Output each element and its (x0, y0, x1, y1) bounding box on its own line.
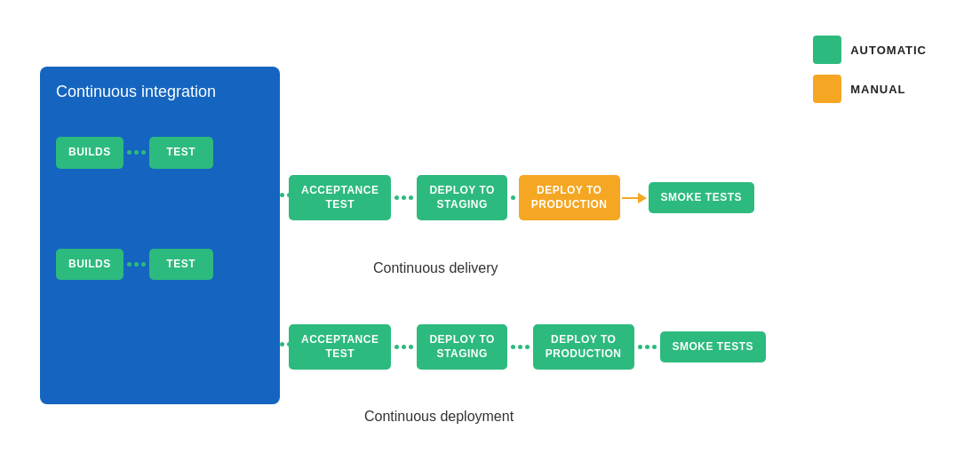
dot (394, 345, 399, 349)
dot (511, 345, 515, 349)
manual-color-box (813, 75, 841, 103)
dot (127, 262, 131, 267)
dot (394, 195, 399, 200)
dot (134, 262, 139, 267)
test-box-2: TEST (149, 249, 213, 281)
deployment-smoke-box: SMOKE TESTS (660, 331, 767, 363)
dot (280, 193, 284, 197)
builds-box-1: BUILDS (56, 137, 123, 169)
dot (525, 345, 530, 349)
dot (645, 345, 649, 349)
dot-conn-d2 (511, 195, 515, 200)
arrow-conn-d (622, 193, 647, 203)
dot-conn-dp2 (511, 345, 530, 349)
legend: AUTOMATIC MANUAL (813, 36, 927, 103)
dot-conn-dp1 (394, 345, 413, 349)
ci-row-2: BUILDS TEST (56, 249, 213, 281)
test-box-1: TEST (149, 137, 213, 169)
ci-row-1: BUILDS TEST (56, 137, 213, 169)
manual-label: MANUAL (850, 83, 905, 96)
dot (280, 342, 284, 347)
automatic-color-box (813, 36, 841, 64)
dot (652, 345, 657, 349)
dot (134, 150, 139, 155)
ci-box: Continuous integration BUILDS TEST BUILD… (40, 67, 280, 404)
delivery-row: ACCEPTANCETEST DEPLOY TOSTAGING DEPLOY T… (289, 175, 754, 220)
delivery-staging-box: DEPLOY TOSTAGING (417, 175, 506, 220)
deployment-row: ACCEPTANCETEST DEPLOY TOSTAGING DEPLOY T… (289, 324, 766, 370)
dot (402, 345, 406, 349)
automatic-label: AUTOMATIC (850, 44, 927, 57)
arrow-head (638, 193, 647, 203)
dot (409, 345, 413, 349)
ci-label: Continuous integration (56, 83, 216, 101)
dot (511, 195, 515, 200)
deployment-production-box: DEPLOY TOPRODUCTION (533, 324, 634, 370)
delivery-label: Continuous delivery (373, 260, 498, 276)
legend-automatic: AUTOMATIC (813, 36, 927, 64)
arrow-line (622, 197, 638, 199)
diagram-container: AUTOMATIC MANUAL Continuous integration … (0, 0, 980, 470)
deployment-label: Continuous deployment (364, 409, 514, 425)
dot (127, 150, 131, 155)
dot (518, 345, 522, 349)
dot-conn-dp3 (638, 345, 657, 349)
dot (141, 262, 146, 267)
builds-box-2: BUILDS (56, 249, 123, 281)
dot (402, 195, 406, 200)
deployment-acceptance-box: ACCEPTANCETEST (289, 324, 391, 370)
dot-connector-1a (127, 150, 146, 155)
dot (141, 150, 146, 155)
dot-conn-d1 (394, 195, 413, 200)
dot-connector-2a (127, 262, 146, 267)
delivery-smoke-box: SMOKE TESTS (649, 182, 755, 214)
delivery-production-box: DEPLOY TOPRODUCTION (519, 175, 620, 220)
dot (638, 345, 642, 349)
delivery-acceptance-box: ACCEPTANCETEST (289, 175, 391, 220)
dot (409, 195, 413, 200)
deployment-staging-box: DEPLOY TOSTAGING (417, 324, 506, 370)
legend-manual: MANUAL (813, 75, 927, 103)
